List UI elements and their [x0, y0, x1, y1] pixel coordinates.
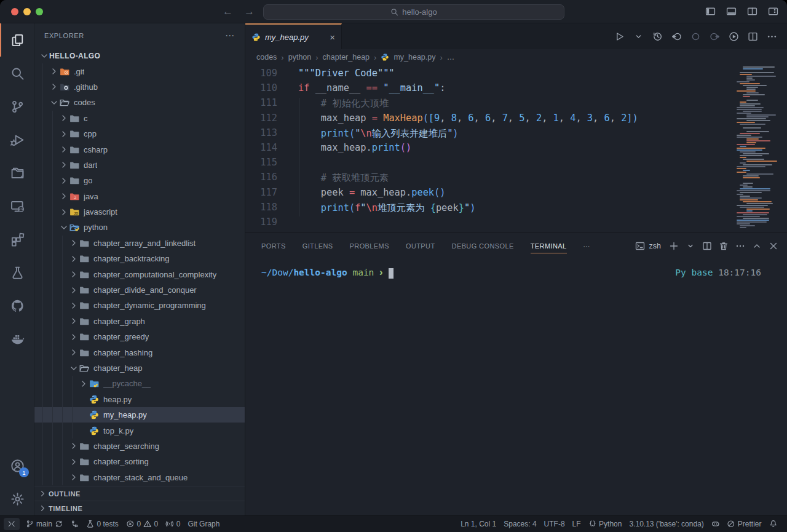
panel-tab-problems[interactable]: PROBLEMS — [350, 239, 389, 253]
panel-tab-terminal[interactable]: TERMINAL — [531, 239, 567, 253]
split-editor-icon[interactable] — [748, 31, 758, 42]
layout-panel-icon[interactable] — [726, 6, 737, 17]
status-eol[interactable]: LF — [569, 516, 585, 532]
status-problems[interactable]: 00 — [122, 516, 162, 532]
layout-split-icon[interactable] — [747, 6, 757, 17]
status-git-branch[interactable]: main — [22, 516, 67, 532]
activity-folder-library[interactable] — [0, 156, 34, 189]
explorer-more-actions[interactable]: ⋯ — [225, 30, 235, 41]
layout-sidebar-icon[interactable] — [705, 6, 716, 17]
tree-item-github[interactable]: .github — [34, 79, 245, 95]
tree-item-chapter_stack_and_queue[interactable]: chapter_stack_and_queue — [34, 470, 245, 485]
status-copilot[interactable] — [708, 516, 724, 532]
status-python-interpreter[interactable]: 3.10.13 ('base': conda) — [625, 516, 707, 532]
activity-remote-explorer[interactable] — [0, 189, 34, 223]
tree-item-top_kpy[interactable]: top_k.py — [34, 423, 245, 438]
breadcrumb-item[interactable]: chapter_heap — [323, 53, 370, 62]
run-cell-icon[interactable] — [690, 31, 701, 42]
outline-section[interactable]: OUTLINE — [34, 486, 245, 501]
more-actions[interactable] — [735, 241, 745, 251]
tree-item-python[interactable]: python — [34, 220, 245, 235]
breadcrumb-item[interactable]: … — [447, 53, 455, 62]
activity-source-control[interactable] — [0, 90, 34, 123]
tree-item-dart[interactable]: dart — [34, 157, 245, 173]
tree-item-chapter_heap[interactable]: chapter_heap — [34, 360, 245, 376]
status-encoding[interactable]: UTF-8 — [540, 516, 569, 532]
more-actions-icon[interactable] — [767, 31, 777, 42]
status-cursor-position[interactable]: Ln 1, Col 1 — [457, 516, 500, 532]
activity-github[interactable] — [0, 289, 34, 322]
tree-item-csharp[interactable]: csharp — [34, 141, 245, 157]
tree-item-my_heappy[interactable]: my_heap.py — [34, 407, 245, 423]
status-gitlens[interactable] — [67, 516, 83, 532]
traffic-light-close[interactable] — [11, 8, 18, 15]
terminal[interactable]: ~/Dow/hello-algo main › Py base 18:17:16 — [245, 259, 787, 515]
status-language-mode[interactable]: Python — [585, 516, 626, 532]
close-panel[interactable] — [769, 241, 778, 251]
panel-tab-⋯[interactable]: ⋯ — [583, 239, 590, 253]
terminal-dropdown[interactable] — [686, 241, 695, 251]
panel-tab-ports[interactable]: PORTS — [261, 239, 286, 253]
tree-item-chapter_divide_and_conquer[interactable]: chapter_divide_and_conquer — [34, 282, 245, 298]
tree-item-chapter_array_and_linkedlist[interactable]: chapter_array_and_linkedlist — [34, 236, 245, 251]
status-git-graph[interactable]: Git Graph — [184, 516, 223, 532]
code-editor[interactable]: 109"""Driver Code"""110if __name__ == "_… — [245, 65, 787, 232]
activity-search[interactable] — [0, 57, 34, 90]
tree-item-c[interactable]: c — [34, 111, 245, 126]
tree-item-chapter_computational_complexity[interactable]: chapter_computational_complexity — [34, 266, 245, 282]
tree-item-chapter_sorting[interactable]: chapter_sorting — [34, 454, 245, 469]
tree-item-chapter_searching[interactable]: chapter_searching — [34, 439, 245, 454]
activity-explorer[interactable] — [0, 23, 34, 57]
timeline-history-icon[interactable] — [652, 31, 663, 42]
run-below-icon[interactable] — [710, 31, 720, 42]
activity-docker[interactable] — [0, 322, 34, 355]
split-terminal[interactable] — [702, 241, 712, 251]
status-feedback[interactable]: 0 — [162, 516, 184, 532]
status-tests[interactable]: 0 tests — [82, 516, 122, 532]
shell-selector[interactable]: zsh — [635, 241, 662, 251]
timeline-section[interactable]: TIMELINE — [34, 501, 245, 515]
activity-run-debug[interactable] — [0, 123, 34, 156]
panel-tab-gitlens[interactable]: GITLENS — [303, 239, 333, 253]
activity-extensions[interactable] — [0, 223, 34, 256]
status-prettier[interactable]: Prettier — [723, 516, 765, 532]
tab-close-icon[interactable]: × — [330, 32, 335, 42]
tree-item-chapter_dynamic_programming[interactable]: chapter_dynamic_programming — [34, 298, 245, 313]
tree-item-java[interactable]: java — [34, 189, 245, 204]
breadcrumb-item[interactable]: my_heap.py — [394, 53, 435, 62]
tree-item-__pycache__[interactable]: __pycache__ — [34, 376, 245, 391]
status-remote[interactable] — [4, 518, 20, 530]
nav-forward-icon[interactable]: → — [244, 6, 255, 18]
traffic-light-minimize[interactable] — [23, 8, 31, 15]
tree-item-heappy[interactable]: heap.py — [34, 392, 245, 407]
run-interactive-icon[interactable] — [729, 31, 739, 42]
layout-custom-icon[interactable] — [768, 6, 778, 17]
status-notifications[interactable] — [765, 516, 781, 532]
run-above-icon[interactable] — [671, 31, 682, 42]
status-indentation[interactable]: Spaces: 4 — [500, 516, 540, 532]
activity-testing[interactable] — [0, 256, 34, 289]
command-center-search[interactable]: hello-algo — [263, 4, 564, 20]
tree-item-chapter_greedy[interactable]: chapter_greedy — [34, 329, 245, 344]
tree-item-hello-algo[interactable]: HELLO-ALGO — [34, 48, 245, 63]
activity-settings[interactable] — [0, 482, 34, 515]
tree-item-cpp[interactable]: cpp — [34, 126, 245, 141]
tree-item-git[interactable]: .git — [34, 63, 245, 79]
tree-item-chapter_backtracking[interactable]: chapter_backtracking — [34, 251, 245, 266]
traffic-light-zoom[interactable] — [36, 8, 43, 15]
minimap[interactable] — [737, 66, 781, 229]
panel-tab-debug-console[interactable]: DEBUG CONSOLE — [452, 239, 514, 253]
tree-item-codes[interactable]: codes — [34, 95, 245, 110]
breadcrumb-item[interactable]: codes — [256, 53, 277, 62]
panel-tab-output[interactable]: OUTPUT — [406, 239, 435, 253]
tree-item-go[interactable]: go — [34, 173, 245, 188]
nav-back-icon[interactable]: ← — [223, 6, 233, 18]
kill-terminal[interactable] — [719, 241, 729, 251]
new-terminal[interactable] — [669, 241, 679, 251]
run-dropdown-icon[interactable] — [633, 31, 644, 42]
tree-item-chapter_graph[interactable]: chapter_graph — [34, 314, 245, 329]
maximize-panel[interactable] — [752, 241, 762, 251]
breadcrumb-item[interactable]: python — [288, 53, 312, 62]
run-icon[interactable] — [614, 31, 625, 42]
activity-accounts[interactable]: 1 — [0, 449, 34, 482]
